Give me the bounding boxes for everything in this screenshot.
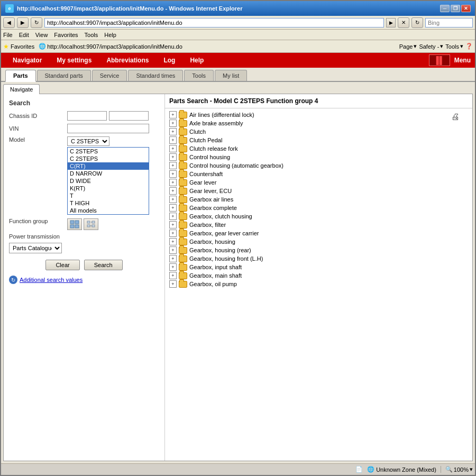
information-type-select[interactable]: Parts Catalogue bbox=[9, 243, 62, 253]
model-list-item-5[interactable]: K(RT) bbox=[68, 185, 149, 192]
list-item[interactable]: + Gearbox complete bbox=[165, 204, 472, 212]
stop-button[interactable]: ✕ bbox=[398, 17, 409, 28]
nav-item-log[interactable]: Log bbox=[156, 53, 182, 68]
expand-icon[interactable]: + bbox=[169, 128, 177, 135]
favorites-link[interactable]: 🌐 http://localhost:9907/impact3/applicat… bbox=[39, 43, 182, 50]
list-item[interactable]: + Clutch bbox=[165, 127, 472, 136]
list-item[interactable]: + Gear lever bbox=[165, 178, 472, 187]
favorites-menu[interactable]: Favorites bbox=[54, 32, 78, 38]
expand-icon[interactable]: + bbox=[169, 187, 177, 195]
expand-icon[interactable]: + bbox=[169, 136, 177, 144]
fg-icon-grid[interactable] bbox=[67, 218, 82, 230]
list-item[interactable]: + Gearbox, oil pump bbox=[165, 280, 472, 288]
list-item[interactable]: + Countershaft bbox=[165, 170, 472, 178]
expand-icon[interactable]: + bbox=[169, 213, 177, 220]
address-input[interactable] bbox=[44, 18, 384, 28]
page-button[interactable]: Page ▾ bbox=[399, 43, 417, 50]
list-item[interactable]: + Gearbox, gear lever carrier bbox=[165, 229, 472, 237]
list-item[interactable]: + Gearbox, housing front (L.H) bbox=[165, 254, 472, 263]
expand-icon[interactable]: + bbox=[169, 204, 177, 212]
folder-icon bbox=[179, 179, 187, 186]
tab-service[interactable]: Service bbox=[92, 70, 127, 81]
list-item[interactable]: + Gearbox, housing (rear) bbox=[165, 246, 472, 254]
expand-icon[interactable]: + bbox=[169, 221, 177, 228]
model-dropdown[interactable]: C 2STEPS bbox=[67, 136, 109, 146]
expand-icon[interactable]: + bbox=[169, 153, 177, 161]
favorites-button[interactable]: ★ Favorites bbox=[3, 43, 34, 50]
expand-icon[interactable]: + bbox=[169, 280, 177, 288]
list-item[interactable]: + Gearbox air lines bbox=[165, 195, 472, 204]
model-list-item-7[interactable]: T HIGH bbox=[68, 199, 149, 207]
help-button[interactable]: ❓ bbox=[465, 43, 473, 50]
file-menu[interactable]: File bbox=[3, 32, 13, 38]
close-button[interactable]: ✕ bbox=[461, 5, 471, 12]
list-item[interactable]: + Gear lever, ECU bbox=[165, 187, 472, 195]
list-item[interactable]: + Control housing (automatic gearbox) bbox=[165, 161, 472, 170]
list-item[interactable]: + Gearbox, main shaft bbox=[165, 271, 472, 280]
nav-item-abbreviations[interactable]: Abbreviations bbox=[99, 53, 156, 68]
vin-input[interactable] bbox=[67, 124, 149, 133]
list-item[interactable]: + Gearbox, housing bbox=[165, 237, 472, 246]
expand-icon[interactable]: + bbox=[169, 272, 177, 279]
model-list-item-4[interactable]: D WIDE bbox=[68, 177, 149, 185]
model-list-item-2[interactable]: C(RT) bbox=[68, 162, 149, 170]
print-icon-area[interactable]: 🖨 bbox=[449, 112, 462, 122]
expand-icon[interactable]: + bbox=[169, 263, 177, 271]
tools-menu[interactable]: Tools bbox=[85, 32, 98, 38]
expand-icon[interactable]: + bbox=[169, 120, 177, 127]
back-button[interactable]: ◀ bbox=[3, 17, 15, 28]
expand-icon[interactable]: + bbox=[169, 162, 177, 169]
model-list-item-6[interactable]: T bbox=[68, 192, 149, 199]
list-item[interactable]: + Air lines (differential lock) bbox=[165, 111, 472, 119]
help-menu[interactable]: Help bbox=[104, 32, 116, 38]
zoom-chevron-icon[interactable]: ▾ bbox=[470, 466, 473, 473]
list-item[interactable]: + Clutch Pedal bbox=[165, 136, 472, 144]
list-item[interactable]: + Control housing bbox=[165, 153, 472, 161]
chassis-id-input-2[interactable] bbox=[109, 111, 149, 121]
expand-icon[interactable]: + bbox=[169, 145, 177, 152]
tab-standard-parts[interactable]: Standard parts bbox=[37, 70, 91, 81]
list-item[interactable]: + Gearbox, clutch housing bbox=[165, 212, 472, 221]
forward-button[interactable]: ▶ bbox=[17, 17, 29, 28]
app-menu-text[interactable]: Menu bbox=[454, 57, 471, 64]
tools-button[interactable]: Tools ▾ bbox=[445, 43, 463, 50]
list-item[interactable]: + Clutch release fork bbox=[165, 144, 472, 153]
expand-icon[interactable]: + bbox=[169, 255, 177, 262]
model-list-item-0[interactable]: C 2STEPS bbox=[68, 148, 149, 155]
tab-tools[interactable]: Tools bbox=[184, 70, 214, 81]
view-menu[interactable]: View bbox=[35, 32, 48, 38]
list-item[interactable]: + Axle brake assembly bbox=[165, 119, 472, 127]
model-list-item-8[interactable]: All models bbox=[68, 207, 149, 214]
model-list-item-1[interactable]: C 2STEPS bbox=[68, 155, 149, 162]
safety-button[interactable]: Safety - ▾ bbox=[419, 43, 443, 50]
additional-search[interactable]: ↻ Additional search values bbox=[9, 276, 159, 284]
restore-button[interactable]: ❐ bbox=[451, 5, 460, 12]
nav-item-navigator[interactable]: Navigator bbox=[5, 53, 49, 68]
tab-standard-times[interactable]: Standard times bbox=[128, 70, 183, 81]
expand-icon[interactable]: + bbox=[169, 170, 177, 178]
navigate-tab[interactable]: Navigate bbox=[3, 84, 40, 94]
expand-icon[interactable]: + bbox=[169, 196, 177, 203]
refresh-button[interactable]: ↻ bbox=[31, 17, 42, 28]
expand-icon[interactable]: + bbox=[169, 238, 177, 245]
list-item[interactable]: + Gearbox, input shaft bbox=[165, 263, 472, 271]
edit-menu[interactable]: Edit bbox=[19, 32, 29, 38]
chassis-id-input-1[interactable] bbox=[67, 111, 107, 121]
browser-search-input[interactable] bbox=[425, 18, 473, 28]
expand-icon[interactable]: + bbox=[169, 246, 177, 254]
model-list-item-3[interactable]: D NARROW bbox=[68, 170, 149, 177]
list-item[interactable]: + Gearbox, filter bbox=[165, 221, 472, 229]
go-button[interactable]: ▶ bbox=[386, 18, 396, 28]
fg-icon-tree[interactable] bbox=[84, 218, 98, 230]
nav-item-settings[interactable]: My settings bbox=[49, 53, 99, 68]
clear-button[interactable]: Clear bbox=[45, 260, 79, 270]
expand-icon[interactable]: + bbox=[169, 179, 177, 186]
minimize-button[interactable]: ─ bbox=[440, 5, 450, 12]
expand-icon[interactable]: + bbox=[169, 111, 177, 118]
search-button[interactable]: Search bbox=[84, 260, 123, 270]
expand-icon[interactable]: + bbox=[169, 230, 177, 237]
nav-item-help[interactable]: Help bbox=[182, 53, 211, 68]
tab-my-list[interactable]: My list bbox=[215, 70, 247, 81]
refresh2-button[interactable]: ↻ bbox=[411, 17, 423, 28]
tab-parts[interactable]: Parts bbox=[5, 70, 36, 82]
